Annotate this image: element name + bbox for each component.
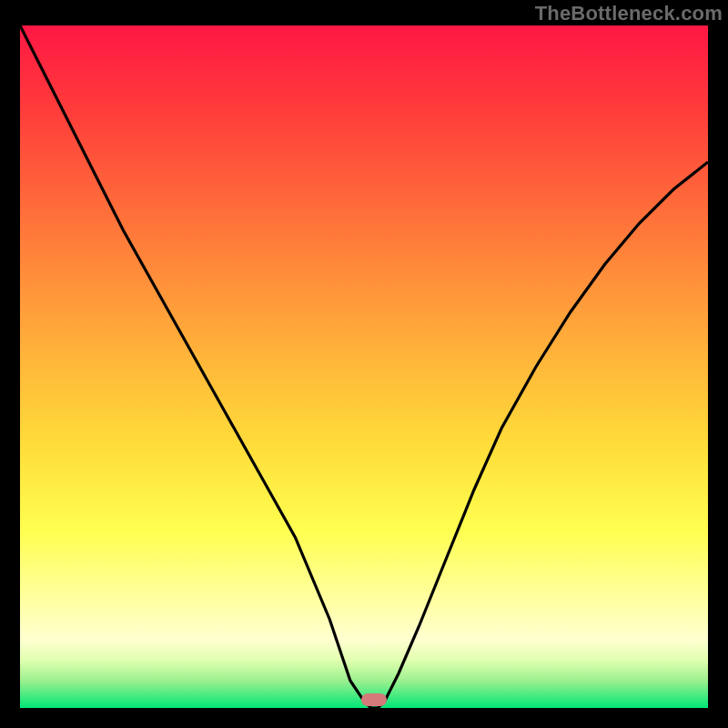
- watermark-text: TheBottleneck.com: [535, 2, 723, 25]
- bottleneck-curve: [20, 25, 708, 708]
- optimal-marker: [361, 693, 387, 706]
- plot-area: [20, 25, 708, 708]
- chart-frame: TheBottleneck.com: [0, 0, 728, 728]
- curve-path: [20, 25, 708, 708]
